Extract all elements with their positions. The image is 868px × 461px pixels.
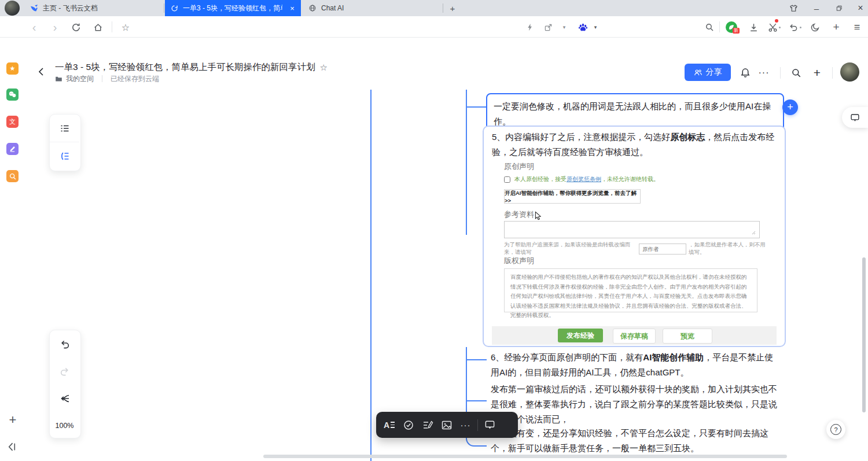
wallet-promo-icon[interactable]: 新 <box>725 21 738 34</box>
dark-mode-moon-icon[interactable] <box>808 21 821 34</box>
share-label: 分享 <box>706 67 722 78</box>
node-step6[interactable]: 6、经验分享页面原创声明的下面，就有AI智能创作辅助，平台是不禁止使用AI的，但… <box>491 350 780 380</box>
screenshot-scissors-icon[interactable] <box>766 21 779 34</box>
node-reward[interactable]: 发布第一篇审核过后的话，还可以额外获得十块的奖励，加入计划其实也不是很难，整体要… <box>491 382 780 427</box>
collapse-sidebar-icon[interactable] <box>5 440 19 453</box>
comment-pill-button[interactable] <box>842 107 868 128</box>
text-lines-icon <box>391 422 395 428</box>
ai-assist-banner[interactable]: 开启AI智能创作辅助，帮你获得更多浏览量，前去了解>> <box>504 189 641 204</box>
tab-close-icon[interactable]: × <box>288 4 296 13</box>
tab-divider <box>164 3 164 13</box>
minimize-button[interactable]: – <box>808 0 825 16</box>
wechat-chat-icon[interactable] <box>6 88 19 101</box>
theme-skin-icon[interactable] <box>785 0 802 16</box>
text-style-button[interactable]: A <box>380 415 399 434</box>
resize-handle-icon[interactable] <box>752 231 756 235</box>
mouse-cursor-icon <box>535 211 542 221</box>
mindmap-view-button[interactable] <box>50 142 79 169</box>
doc-back-button[interactable] <box>35 65 49 79</box>
original-author-input[interactable] <box>639 244 686 255</box>
menu-dot-icon[interactable] <box>779 27 781 28</box>
tab-doc-active[interactable]: 一单3 - 5块，写经验领红包，简单易 × <box>165 0 301 16</box>
tab-chat-ai[interactable]: Chat AI <box>303 0 443 16</box>
node-step5-block[interactable]: 5、内容编辑好了之后，注意根据提示，勾选好原创标志，然后点击发布经验，之后就等待… <box>483 126 786 347</box>
restore-window-button[interactable] <box>830 0 848 16</box>
help-button[interactable]: ? <box>826 420 845 439</box>
favorites-star-icon[interactable]: ★ <box>6 62 19 75</box>
home-button[interactable] <box>91 21 104 34</box>
undo-button[interactable] <box>50 330 79 357</box>
preview-button[interactable]: 预览 <box>663 329 712 344</box>
breadcrumb-space[interactable]: 我的空间 <box>66 74 94 84</box>
vertical-scrollbar[interactable] <box>862 257 866 412</box>
branch-line-vertical <box>466 90 467 235</box>
browser-profile-avatar[interactable] <box>5 1 20 16</box>
baidu-paw-icon[interactable] <box>576 21 589 34</box>
chevron-down-icon[interactable]: ▾ <box>558 21 571 34</box>
list-edit-button[interactable] <box>418 415 437 434</box>
task-check-button[interactable] <box>399 415 418 434</box>
publish-button[interactable]: 发布经验 <box>558 329 603 342</box>
redo-button[interactable] <box>50 357 79 385</box>
add-button[interactable]: + <box>830 21 843 34</box>
toolbar-divider <box>719 21 720 32</box>
insert-image-button[interactable] <box>437 415 456 434</box>
question-icon: ? <box>830 424 841 435</box>
outline-list-button[interactable] <box>50 115 79 142</box>
canvas-add-button[interactable]: + <box>6 413 20 427</box>
chevron-down-icon[interactable]: ▾ <box>589 21 602 34</box>
refresh-button[interactable] <box>69 21 82 34</box>
header-divider <box>780 67 781 79</box>
tab-title: 一单3 - 5块，写经验领红包，简单易 <box>183 3 282 13</box>
user-avatar[interactable] <box>840 62 859 82</box>
original-rules-link[interactable]: 原创奖惩条例 <box>567 176 601 182</box>
download-icon[interactable] <box>747 21 760 34</box>
globe-favicon-icon <box>308 4 317 12</box>
reference-heading: 参考资料 <box>504 209 534 220</box>
search-app-icon[interactable] <box>6 170 19 182</box>
doc-star-icon[interactable]: ☆ <box>320 62 328 73</box>
collapse-branch-button[interactable] <box>50 385 79 412</box>
zoom-level[interactable]: 100% <box>50 412 79 439</box>
menu-button[interactable]: ≡ <box>851 21 863 34</box>
breadcrumb-divider <box>102 75 102 82</box>
notification-bell-icon[interactable] <box>738 66 752 80</box>
add-child-node-button[interactable]: + <box>782 99 798 115</box>
folder-icon <box>55 75 62 83</box>
save-status: 已经保存到云端 <box>111 74 159 84</box>
tab-feishu-home[interactable]: 主页 - 飞书云文档 <box>24 0 164 16</box>
history-undo-icon[interactable] <box>787 21 800 34</box>
branch-line-stub <box>466 359 487 360</box>
text-a-glyph: A <box>384 421 389 430</box>
more-tools-button[interactable]: ··· <box>456 415 475 434</box>
back-button[interactable]: ‹ <box>28 21 41 34</box>
header-plus-icon[interactable]: + <box>810 66 824 80</box>
node-format-toolbar: A ··· <box>376 412 518 438</box>
notes-pen-icon[interactable] <box>6 143 19 155</box>
reference-textarea[interactable] <box>504 221 760 238</box>
new-tab-button[interactable]: + <box>447 2 458 14</box>
close-window-button[interactable]: × <box>852 0 868 16</box>
flash-speed-icon[interactable] <box>524 21 536 34</box>
header-search-icon[interactable] <box>789 66 803 80</box>
node-core[interactable]: 核心没有变，还是分享知识经验，不管平台怎么设定，只要有时间去搞这个，新手可以做新… <box>491 426 780 456</box>
view-switch-panel <box>49 114 81 171</box>
forward-button[interactable]: › <box>49 21 61 34</box>
branch-line-stub <box>466 400 487 401</box>
bookmark-star-icon[interactable]: ☆ <box>119 21 132 34</box>
horizontal-scrollbar[interactable] <box>263 455 787 458</box>
send-page-icon[interactable] <box>542 21 554 34</box>
comment-button[interactable] <box>480 415 499 434</box>
branch-line-stub <box>466 106 487 108</box>
menu-dot-icon[interactable] <box>800 27 801 28</box>
share-button[interactable]: 分享 <box>685 64 731 81</box>
toolbar-divider <box>477 419 478 431</box>
translate-icon[interactable]: 文 <box>6 116 19 128</box>
more-options-icon[interactable]: ··· <box>757 66 771 80</box>
browser-window: 主页 - 飞书云文档 一单3 - 5块，写经验领红包，简单易 × Chat AI… <box>0 0 868 461</box>
original-declaration-checkbox[interactable] <box>504 176 510 183</box>
save-draft-button[interactable]: 保存草稿 <box>613 329 656 344</box>
find-in-page-icon[interactable] <box>703 21 716 34</box>
tab-title: Chat AI <box>321 4 344 12</box>
notification-dot <box>775 19 778 23</box>
